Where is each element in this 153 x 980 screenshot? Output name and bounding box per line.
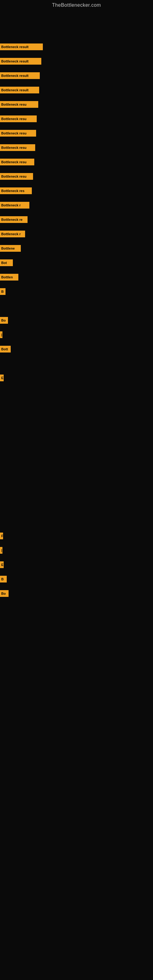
- bottleneck-bar: Bottleneck resu: [0, 101, 38, 108]
- bottleneck-label: E: [1, 563, 3, 566]
- bottleneck-label: Bo: [1, 318, 6, 322]
- bottleneck-bar: Bottleneck result: [0, 58, 41, 65]
- bottleneck-bar: Bottleneck result: [0, 87, 39, 94]
- bottleneck-label: Bottleneck resu: [1, 103, 27, 106]
- bottleneck-bar: Bottleneck res: [0, 188, 32, 194]
- bottleneck-bar: F: [0, 533, 3, 539]
- bottleneck-label: B: [1, 577, 4, 581]
- bottleneck-bar: E: [0, 375, 4, 381]
- bottleneck-bar: Bott: [0, 346, 11, 353]
- bottleneck-bar: Bot: [0, 259, 13, 266]
- bottleneck-bar: Bottleneck re: [0, 216, 27, 223]
- bottleneck-bar: Bottleneck result: [0, 72, 40, 79]
- bottleneck-bar: Bottleneck result: [0, 43, 43, 50]
- bottleneck-label: Bottleneck result: [1, 59, 29, 63]
- bottleneck-label: E: [1, 376, 3, 380]
- bottleneck-bar: Bottleneck resu: [0, 115, 37, 122]
- bottleneck-label: Bottlene: [1, 247, 15, 250]
- bottleneck-label: Bottlen: [1, 275, 13, 279]
- bottleneck-label: Bottleneck re: [1, 218, 22, 221]
- bottleneck-bar: B: [0, 576, 7, 582]
- bottleneck-bar: Bottleneck resu: [0, 173, 33, 180]
- bottleneck-bar: Bottleneck r: [0, 202, 29, 208]
- bottleneck-bar: |: [0, 331, 2, 338]
- bottleneck-label: Bottleneck result: [1, 74, 29, 78]
- bottleneck-bar: Bottleneck r: [0, 231, 25, 237]
- bottleneck-label: Bottleneck result: [1, 45, 29, 49]
- bottleneck-bar: |: [0, 547, 2, 554]
- bottleneck-bar: Bo: [0, 317, 8, 324]
- bottleneck-label: |: [1, 333, 2, 337]
- bottleneck-label: Bottleneck resu: [1, 117, 27, 121]
- bottleneck-label: Bot: [1, 261, 7, 265]
- bottleneck-label: Bottleneck resu: [1, 175, 27, 178]
- bottleneck-label: B: [1, 290, 4, 293]
- bottleneck-label: Bottleneck resu: [1, 160, 27, 164]
- bottleneck-label: Bo: [1, 592, 6, 595]
- bottleneck-label: Bottleneck result: [1, 88, 29, 92]
- bottleneck-label: Bottleneck res: [1, 189, 24, 192]
- bottleneck-label: |: [1, 549, 2, 552]
- bottleneck-label: F: [1, 534, 3, 538]
- bottleneck-label: Bottleneck r: [1, 204, 21, 207]
- bottleneck-bar: Bottleneck resu: [0, 159, 34, 165]
- bottleneck-label: Bott: [1, 347, 8, 351]
- bottleneck-bar: Bottlene: [0, 245, 21, 252]
- site-title: TheBottlenecker.com: [0, 0, 153, 10]
- bottleneck-bar: B: [0, 288, 5, 295]
- bottleneck-bar: Bottleneck resu: [0, 144, 35, 151]
- bottleneck-label: Bottleneck resu: [1, 131, 27, 135]
- bottleneck-label: Bottleneck resu: [1, 146, 27, 150]
- bottleneck-bar: Bottlen: [0, 274, 18, 280]
- bottleneck-label: Bottleneck r: [1, 232, 21, 236]
- bottleneck-bar: Bo: [0, 590, 9, 597]
- bottleneck-bar: Bottleneck resu: [0, 130, 36, 137]
- bottleneck-bar: E: [0, 562, 4, 568]
